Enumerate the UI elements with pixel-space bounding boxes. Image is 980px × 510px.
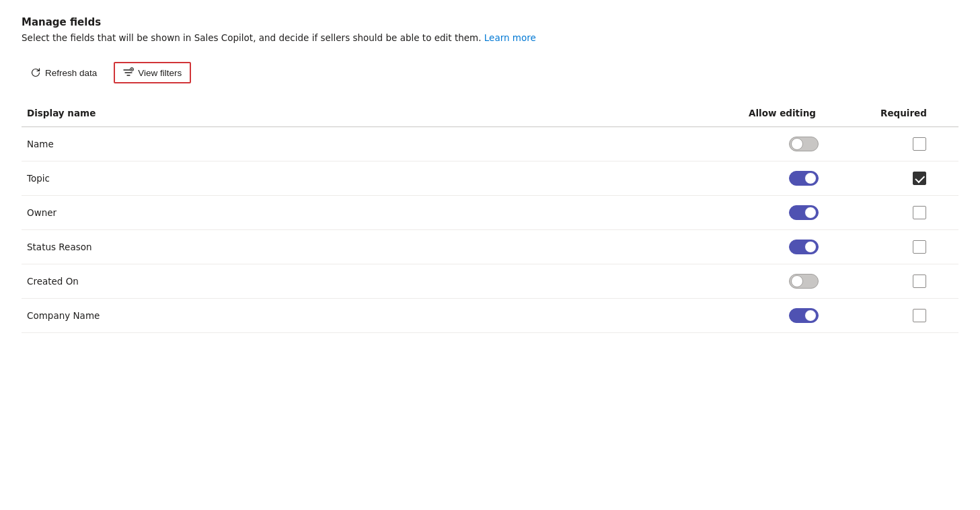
page-subtitle: Select the fields that will be shown in … (22, 32, 958, 43)
allow-editing-toggle-name[interactable] (789, 137, 819, 151)
fields-table: Display name Allow editing Required Name… (22, 100, 958, 333)
field-name-owner: Owner (22, 207, 743, 218)
refresh-data-button[interactable]: Refresh data (22, 63, 106, 83)
required-checkbox-status-reason[interactable] (913, 240, 926, 254)
refresh-icon (30, 67, 41, 78)
table-row: Topic (22, 161, 958, 196)
field-name-company-name: Company Name (22, 310, 743, 321)
toggle-cell-created-on (743, 274, 864, 289)
table-row: Name (22, 127, 958, 161)
required-cell-owner (864, 206, 958, 219)
toggle-slider-created-on (789, 274, 819, 289)
page-title: Manage fields (22, 16, 958, 28)
toggle-cell-name (743, 137, 864, 151)
toggle-cell-status-reason (743, 240, 864, 254)
toggle-cell-owner (743, 205, 864, 220)
toggle-slider-company-name (789, 308, 819, 323)
view-filters-button[interactable]: View filters (114, 62, 191, 83)
filter-icon (123, 67, 134, 78)
toggle-slider-name (789, 137, 819, 151)
table-header: Display name Allow editing Required (22, 100, 958, 127)
filter-label: View filters (138, 68, 182, 78)
required-checkbox-topic[interactable] (913, 172, 926, 185)
required-cell-name (864, 137, 958, 151)
field-name-created-on: Created On (22, 276, 743, 287)
field-name-status-reason: Status Reason (22, 242, 743, 252)
toggle-cell-company-name (743, 308, 864, 323)
required-cell-status-reason (864, 240, 958, 254)
refresh-label: Refresh data (45, 68, 97, 78)
col-required: Required (864, 105, 958, 121)
subtitle-text: Select the fields that will be shown in … (22, 32, 482, 43)
toggle-slider-topic (789, 171, 819, 186)
toggle-cell-topic (743, 171, 864, 186)
toolbar: Refresh data View filters (22, 62, 958, 83)
required-checkbox-owner[interactable] (913, 206, 926, 219)
table-row: Owner (22, 196, 958, 230)
toggle-slider-owner (789, 205, 819, 220)
learn-more-link[interactable]: Learn more (484, 32, 536, 43)
required-checkbox-created-on[interactable] (913, 275, 926, 288)
required-cell-topic (864, 172, 958, 185)
required-checkbox-company-name[interactable] (913, 309, 926, 322)
field-name-topic: Topic (22, 173, 743, 184)
allow-editing-toggle-owner[interactable] (789, 205, 819, 220)
allow-editing-toggle-topic[interactable] (789, 171, 819, 186)
allow-editing-toggle-status-reason[interactable] (789, 240, 819, 254)
col-display-name: Display name (22, 105, 743, 121)
toggle-slider-status-reason (789, 240, 819, 254)
allow-editing-toggle-company-name[interactable] (789, 308, 819, 323)
table-row: Company Name (22, 299, 958, 333)
field-name-name: Name (22, 139, 743, 149)
required-cell-created-on (864, 275, 958, 288)
table-row: Status Reason (22, 230, 958, 264)
col-allow-editing: Allow editing (743, 105, 864, 121)
required-cell-company-name (864, 309, 958, 322)
required-checkbox-name[interactable] (913, 137, 926, 151)
table-row: Created On (22, 264, 958, 299)
allow-editing-toggle-created-on[interactable] (789, 274, 819, 289)
